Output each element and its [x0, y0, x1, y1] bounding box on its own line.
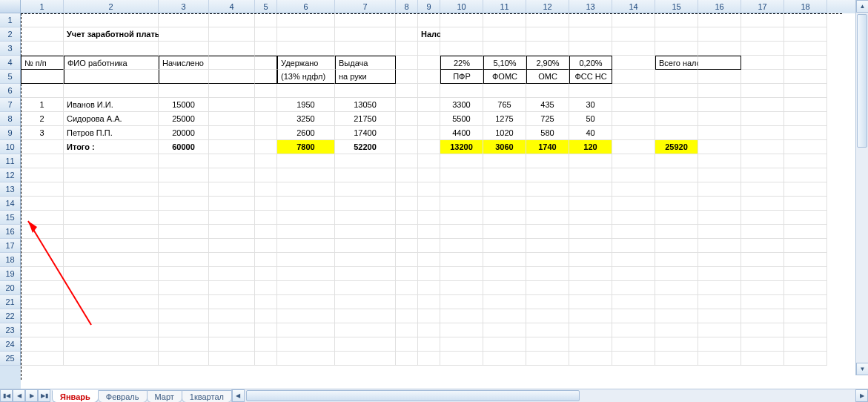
cell[interactable] [784, 352, 827, 366]
cell[interactable] [64, 70, 159, 84]
cell[interactable] [418, 112, 440, 126]
row-header[interactable]: 25 [0, 352, 21, 366]
row-header[interactable]: 1 [0, 13, 21, 27]
cell[interactable] [21, 13, 64, 27]
cell[interactable] [741, 27, 784, 42]
cell[interactable] [209, 168, 255, 182]
cell[interactable] [21, 140, 64, 154]
cell[interactable] [784, 112, 827, 126]
cell[interactable] [209, 70, 255, 84]
cell[interactable] [21, 295, 64, 309]
cell[interactable] [483, 197, 526, 211]
cell[interactable] [526, 42, 569, 56]
cell[interactable] [209, 56, 255, 70]
cell[interactable] [655, 70, 698, 84]
cell[interactable] [698, 56, 741, 70]
cell[interactable] [277, 182, 335, 197]
cell[interactable] [21, 352, 64, 366]
scroll-down-button[interactable]: ▼ [856, 363, 868, 375]
cell[interactable] [440, 253, 483, 267]
header-fio[interactable]: ФИО работника [64, 56, 159, 70]
cell-fio[interactable]: Иванов И.И. [64, 98, 159, 112]
cell[interactable] [655, 182, 698, 197]
cell[interactable] [335, 197, 396, 211]
cell[interactable] [526, 211, 569, 225]
cell[interactable] [698, 352, 741, 366]
cell-total-foms[interactable]: 3060 [483, 140, 526, 154]
cell[interactable] [440, 352, 483, 366]
cell[interactable] [209, 211, 255, 225]
cell[interactable] [784, 84, 827, 98]
cell[interactable] [741, 309, 784, 323]
cell[interactable] [159, 197, 209, 211]
cell[interactable] [440, 197, 483, 211]
cell[interactable] [612, 211, 655, 225]
cell[interactable] [569, 154, 612, 168]
cell[interactable] [612, 253, 655, 267]
row-header[interactable]: 14 [0, 197, 21, 211]
cell[interactable] [396, 126, 418, 140]
cell[interactable] [483, 225, 526, 239]
cell[interactable] [440, 267, 483, 281]
cell[interactable] [698, 323, 741, 337]
cell[interactable] [784, 309, 827, 323]
cell[interactable] [612, 154, 655, 168]
cell[interactable] [698, 27, 741, 42]
cell[interactable] [396, 253, 418, 267]
cell-total-accrued[interactable]: 60000 [159, 140, 209, 154]
cell[interactable] [396, 27, 418, 42]
cell[interactable] [440, 27, 483, 42]
cell[interactable] [21, 239, 64, 253]
cell[interactable] [741, 112, 784, 126]
cell[interactable] [255, 84, 277, 98]
cell[interactable] [741, 70, 784, 84]
cell[interactable] [335, 267, 396, 281]
cell[interactable] [526, 197, 569, 211]
header-rate-pfr[interactable]: 22% [440, 56, 483, 70]
cell[interactable] [784, 295, 827, 309]
cell[interactable] [255, 323, 277, 337]
cell[interactable] [159, 27, 209, 42]
cell[interactable] [255, 197, 277, 211]
cell[interactable] [483, 182, 526, 197]
cell[interactable] [655, 337, 698, 352]
cell[interactable] [64, 42, 159, 56]
cell[interactable] [698, 13, 741, 27]
cell[interactable] [612, 182, 655, 197]
cell[interactable] [64, 337, 159, 352]
cell[interactable] [418, 154, 440, 168]
cell[interactable] [418, 323, 440, 337]
cell[interactable] [255, 253, 277, 267]
cell[interactable] [784, 70, 827, 84]
cell[interactable] [698, 225, 741, 239]
cell[interactable] [483, 253, 526, 267]
cell[interactable] [335, 168, 396, 182]
cell[interactable] [569, 352, 612, 366]
cell[interactable] [698, 182, 741, 197]
cell-withheld[interactable]: 3250 [277, 112, 335, 126]
cell[interactable] [612, 295, 655, 309]
cell[interactable] [741, 337, 784, 352]
cell[interactable] [526, 309, 569, 323]
cell-total-payout[interactable]: 52200 [335, 140, 396, 154]
cell[interactable] [698, 239, 741, 253]
cell[interactable] [159, 352, 209, 366]
cell[interactable] [159, 309, 209, 323]
row-header[interactable]: 18 [0, 253, 21, 267]
cell[interactable] [418, 295, 440, 309]
header-fss[interactable]: ФСС НС [569, 70, 612, 84]
cell[interactable] [741, 239, 784, 253]
cell[interactable] [277, 84, 335, 98]
header-payout-sub[interactable]: на руки [335, 70, 396, 84]
cell[interactable] [335, 27, 396, 42]
column-header[interactable]: 7 [335, 0, 396, 13]
cell[interactable] [741, 295, 784, 309]
cell[interactable] [526, 239, 569, 253]
cell[interactable] [741, 84, 784, 98]
cell[interactable] [277, 225, 335, 239]
cell[interactable] [209, 182, 255, 197]
cell[interactable] [741, 126, 784, 140]
cell[interactable] [440, 13, 483, 27]
cell[interactable] [698, 140, 741, 154]
cell[interactable] [335, 239, 396, 253]
